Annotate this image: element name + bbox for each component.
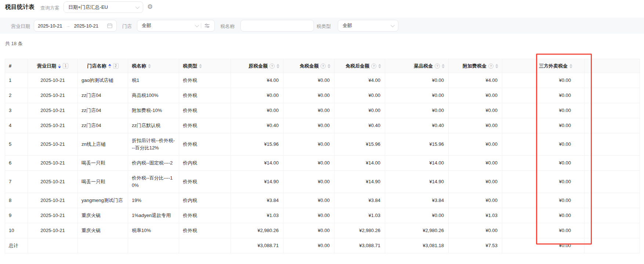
- sort-icon[interactable]: [276, 64, 279, 68]
- table-cell: ¥0.00: [283, 88, 334, 103]
- column-header-tax-type[interactable]: 税类型: [179, 59, 231, 73]
- table-cell: [179, 238, 231, 253]
- sort-icon[interactable]: [108, 64, 111, 68]
- tax-name-label: 税名称: [220, 23, 235, 30]
- table-cell-empty: [585, 223, 640, 238]
- table-cell: 8: [5, 193, 28, 208]
- help-icon[interactable]: ?: [321, 64, 326, 69]
- sort-icon[interactable]: [148, 64, 151, 68]
- table-cell: 喝丢一只鞋: [78, 171, 128, 193]
- table-cell-empty: [585, 73, 640, 88]
- table-cell: 价内税: [179, 156, 231, 171]
- help-icon[interactable]: ?: [269, 64, 275, 69]
- table-cell: 7: [5, 171, 28, 193]
- column-header-after-tax-free[interactable]: 免税后金额 ?: [334, 59, 385, 73]
- sort-icon[interactable]: [495, 64, 498, 68]
- table-cell: [28, 238, 78, 253]
- table-cell: 折扣后计税--价外税---百分比12%: [128, 133, 179, 156]
- table-cell: 2025-10-21: [28, 73, 78, 88]
- table-cell: ¥0.00: [449, 171, 502, 193]
- table-cell: 2: [5, 88, 28, 103]
- tax-type-select-value: 全部: [343, 22, 352, 29]
- table-cell: ¥0.00: [231, 103, 283, 118]
- table-cell: zn线上店铺: [78, 133, 128, 156]
- table-cell: ¥14.00: [231, 156, 283, 171]
- help-icon[interactable]: ?: [435, 64, 440, 69]
- record-count: 共 18 条: [5, 40, 23, 47]
- sort-icon[interactable]: [199, 64, 202, 68]
- divider: [201, 23, 201, 28]
- column-header-empty: [585, 59, 640, 73]
- table-cell: ¥0.00: [502, 171, 585, 193]
- total-row: 总计¥3,088.71¥0.00¥3,088.71¥3,081.18¥7.53¥…: [5, 238, 640, 253]
- table-cell: 价内税--固定税----2: [128, 156, 179, 171]
- table-cell: ¥0.00: [449, 156, 502, 171]
- table-cell: ¥0.00: [449, 103, 502, 118]
- sort-icon[interactable]: [442, 64, 445, 68]
- tax-name-input-wrap: [240, 20, 314, 32]
- table-cell: ¥0.00: [502, 193, 585, 208]
- table-cell: ¥0.00: [385, 88, 449, 103]
- sort-priority-badge: 2: [113, 63, 119, 69]
- table-cell: 重庆火锅: [78, 223, 128, 238]
- table-cell: 6: [5, 156, 28, 171]
- table-cell: 税率10%: [128, 223, 179, 238]
- table-cell: ¥0.00: [283, 193, 334, 208]
- sort-icon[interactable]: [328, 64, 330, 68]
- table-cell: 价外税: [179, 208, 231, 223]
- store-select[interactable]: 全部: [137, 20, 215, 32]
- table-cell: ¥0.00: [502, 103, 585, 118]
- table-cell: ¥0.00: [449, 223, 502, 238]
- column-header-surcharge-tax[interactable]: 附加费税金 ?: [449, 59, 502, 73]
- settings-gear-icon[interactable]: ⚙: [147, 3, 153, 11]
- table-cell: 价外税: [179, 73, 231, 88]
- date-start-value: 2025-10-21: [38, 23, 62, 29]
- table-cell: 2025-10-21: [28, 156, 78, 171]
- table-cell: ¥0.00: [502, 223, 585, 238]
- table-cell: ¥0.00: [449, 118, 502, 133]
- table-cell: ¥0.00: [502, 238, 585, 253]
- column-header-third-party-delivery-tax[interactable]: 三方外卖税金: [502, 59, 585, 73]
- table-row: 72025-10-21喝丢一只鞋价外税--百分比----10%价外税¥14.90…: [5, 171, 640, 193]
- table-cell: ¥0.00: [449, 88, 502, 103]
- table-cell: ¥0.00: [283, 133, 334, 156]
- table-cell: 价外税: [179, 223, 231, 238]
- table-cell: 5: [5, 133, 28, 156]
- column-header-dish-tax[interactable]: 菜品税金 ?: [385, 59, 449, 73]
- query-plan-select[interactable]: 日期+门店汇总-EU: [64, 1, 143, 13]
- column-header-original-tax[interactable]: 原税金额 ?: [231, 59, 283, 73]
- table-cell: ¥1.03: [231, 208, 283, 223]
- table-cell: 2025-10-21: [28, 103, 78, 118]
- column-header-store-name[interactable]: 门店名称 2: [78, 59, 128, 73]
- table-cell-empty: [585, 156, 640, 171]
- sort-icon[interactable]: [58, 64, 61, 68]
- query-plan-label: 查询方案: [40, 5, 59, 11]
- table-cell: ¥0.00: [502, 88, 585, 103]
- table-cell: 重庆火锅: [78, 208, 128, 223]
- table-cell: ¥0.40: [231, 118, 283, 133]
- sort-icon[interactable]: [569, 64, 572, 68]
- table-cell: ¥0.00: [283, 156, 334, 171]
- table-cell: 1: [5, 73, 28, 88]
- tax-type-select[interactable]: 全部: [338, 20, 398, 32]
- column-header-business-date[interactable]: 营业日期 1: [28, 59, 78, 73]
- column-header-index: #: [5, 59, 28, 73]
- store-filter-sliders-icon[interactable]: [204, 23, 210, 29]
- table-cell: ¥0.00: [334, 103, 385, 118]
- table-row: 32025-10-21zz门店04附加费税-10%价外税¥0.00¥0.00¥0…: [5, 103, 640, 118]
- column-header-tax-free[interactable]: 免税金额 ?: [283, 59, 334, 73]
- table-cell: ¥0.00: [385, 103, 449, 118]
- column-header-tax-name[interactable]: 税名称: [128, 59, 179, 73]
- table-cell: 2025-10-21: [28, 223, 78, 238]
- help-icon[interactable]: ?: [371, 64, 376, 69]
- sort-icon[interactable]: [378, 64, 381, 68]
- chevron-down-icon: [391, 23, 395, 27]
- table-cell: 价外税: [179, 88, 231, 103]
- date-range-picker[interactable]: 2025-10-21 → 2025-10-21: [34, 20, 117, 32]
- help-icon[interactable]: ?: [488, 64, 493, 69]
- table-row: 62025-10-21喝丢一只鞋价内税--固定税----2价内税¥14.00¥0…: [5, 156, 640, 171]
- table-cell-empty: [585, 118, 640, 133]
- table-cell: ¥0.00: [231, 88, 283, 103]
- table-cell: 价内税: [179, 193, 231, 208]
- tax-name-input[interactable]: [245, 23, 310, 29]
